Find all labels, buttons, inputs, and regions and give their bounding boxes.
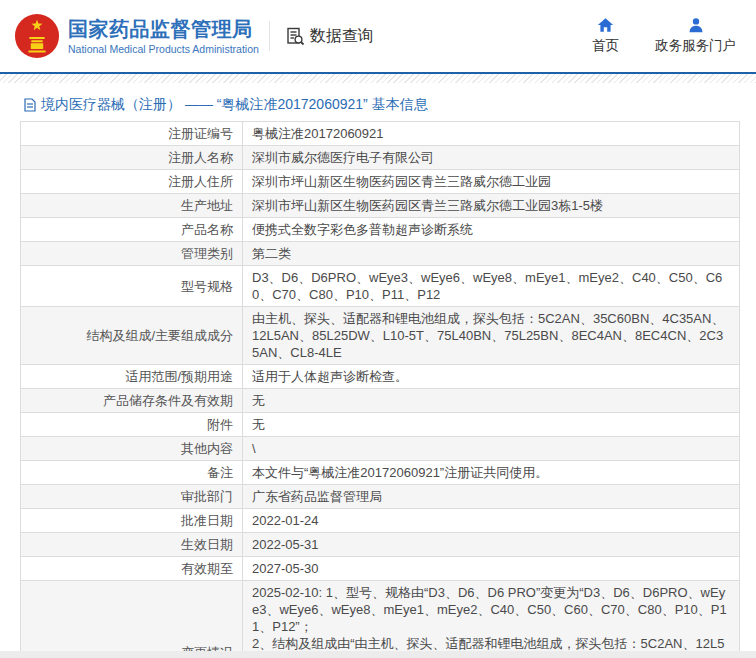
header-divider (269, 21, 270, 51)
field-value: D3、D6、D6PRO、wEye3、wEye6、wEye8、mEye1、mEye… (243, 266, 740, 307)
field-label: 附件 (21, 413, 243, 437)
field-label: 管理类别 (21, 242, 243, 266)
field-value: 无 (243, 389, 740, 413)
field-value: 2027-05-30 (243, 557, 740, 581)
table-row: 产品名称 便携式全数字彩色多普勒超声诊断系统 (21, 218, 740, 242)
data-query-menu[interactable]: 数据查询 (286, 26, 374, 47)
field-value: 无 (243, 413, 740, 437)
field-label: 生效日期 (21, 533, 243, 557)
field-label: 批准日期 (21, 509, 243, 533)
nav-portal-label: 政务服务门户 (655, 37, 736, 55)
field-value: 粤械注准20172060921 (243, 122, 740, 146)
data-query-icon (286, 27, 305, 46)
field-label: 型号规格 (21, 266, 243, 307)
field-value: 深圳市坪山新区生物医药园区青兰三路威尔德工业园3栋1-5楼 (243, 194, 740, 218)
field-value: \ (243, 437, 740, 461)
field-label: 产品名称 (21, 218, 243, 242)
field-label: 注册证编号 (21, 122, 243, 146)
nav-portal[interactable]: 政务服务门户 (655, 17, 736, 55)
table-row: 注册人住所 深圳市坪山新区生物医药园区青兰三路威尔德工业园 (21, 170, 740, 194)
field-value: 本文件与“粤械注准20172060921”注册证共同使用。 (243, 461, 740, 485)
table-row: 型号规格 D3、D6、D6PRO、wEye3、wEye6、wEye8、mEye1… (21, 266, 740, 307)
field-label: 生产地址 (21, 194, 243, 218)
table-row: 审批部门 广东省药品监督管理局 (21, 485, 740, 509)
field-label: 备注 (21, 461, 243, 485)
table-row: 批准日期 2022-01-24 (21, 509, 740, 533)
portal-icon (688, 17, 704, 33)
table-row: 附件 无 (21, 413, 740, 437)
table-row: 结构及组成/主要组成成分 由主机、探头、适配器和锂电池组成，探头包括：5C2AN… (21, 307, 740, 365)
field-label: 注册人住所 (21, 170, 243, 194)
table-row: 变更情况 2025-02-10: 1、型号、规格由“D3、D6、D6 PRO”变… (21, 581, 740, 658)
data-query-label: 数据查询 (310, 26, 374, 47)
table-row: 产品储存条件及有效期 无 (21, 389, 740, 413)
field-value: 2022-05-31 (243, 533, 740, 557)
field-value: 便携式全数字彩色多普勒超声诊断系统 (243, 218, 740, 242)
field-label: 注册人名称 (21, 146, 243, 170)
table-row: 其他内容 \ (21, 437, 740, 461)
table-row: 注册证编号 粤械注准20172060921 (21, 122, 740, 146)
field-value: 第二类 (243, 242, 740, 266)
field-label: 审批部门 (21, 485, 243, 509)
field-label: 产品储存条件及有效期 (21, 389, 243, 413)
table-row: 适用范围/预期用途 适用于人体超声诊断检查。 (21, 365, 740, 389)
registration-info-table: 注册证编号 粤械注准20172060921 注册人名称 深圳市威尔德医疗电子有限… (20, 121, 740, 658)
bottom-strip (0, 651, 756, 658)
field-value: 适用于人体超声诊断检查。 (243, 365, 740, 389)
hatch-strip (0, 74, 756, 83)
nav-home-label: 首页 (592, 37, 619, 55)
site-header: 国家药品监督管理局 National Medical Products Admi… (0, 0, 756, 74)
breadcrumb-doc-icon (24, 98, 36, 112)
field-label: 适用范围/预期用途 (21, 365, 243, 389)
nmpa-logo[interactable]: 国家药品监督管理局 National Medical Products Admi… (14, 13, 259, 59)
field-label: 其他内容 (21, 437, 243, 461)
table-row: 有效期至 2027-05-30 (21, 557, 740, 581)
field-value: 2022-01-24 (243, 509, 740, 533)
field-label: 变更情况 (21, 581, 243, 658)
site-subtitle: National Medical Products Administration (68, 43, 259, 55)
national-emblem-icon (14, 13, 60, 59)
field-value: 深圳市威尔德医疗电子有限公司 (243, 146, 740, 170)
nav-home[interactable]: 首页 (592, 17, 619, 55)
site-title: 国家药品监督管理局 (68, 17, 259, 41)
table-row: 备注 本文件与“粤械注准20172060921”注册证共同使用。 (21, 461, 740, 485)
field-value: 深圳市坪山新区生物医药园区青兰三路威尔德工业园 (243, 170, 740, 194)
table-row: 注册人名称 深圳市威尔德医疗电子有限公司 (21, 146, 740, 170)
field-label: 有效期至 (21, 557, 243, 581)
field-label: 结构及组成/主要组成成分 (21, 307, 243, 365)
field-value: 广东省药品监督管理局 (243, 485, 740, 509)
table-row: 生产地址 深圳市坪山新区生物医药园区青兰三路威尔德工业园3栋1-5楼 (21, 194, 740, 218)
table-row: 管理类别 第二类 (21, 242, 740, 266)
breadcrumb: 境内医疗器械（注册） —— “粤械注准20172060921” 基本信息 (24, 96, 756, 114)
field-value: 2025-02-10: 1、型号、规格由“D3、D6、D6 PRO”变更为“D3… (243, 581, 740, 658)
field-value: 由主机、探头、适配器和锂电池组成，探头包括：5C2AN、35C60BN、4C35… (243, 307, 740, 365)
home-icon (597, 17, 614, 33)
table-row: 生效日期 2022-05-31 (21, 533, 740, 557)
breadcrumb-text: 境内医疗器械（注册） —— “粤械注准20172060921” 基本信息 (41, 96, 428, 114)
